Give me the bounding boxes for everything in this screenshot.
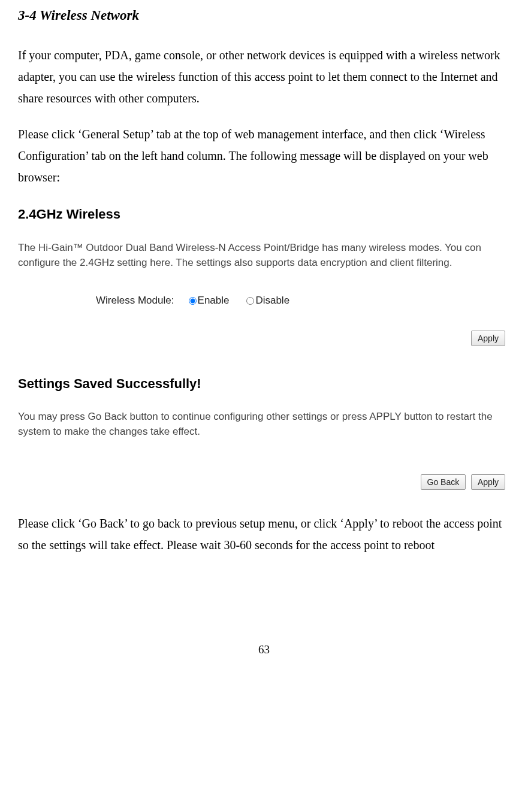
screenshot-settings-saved: Settings Saved Successfully! You may pre… — [18, 372, 510, 491]
wireless-heading: 2.4GHz Wireless — [18, 202, 510, 226]
go-back-button[interactable]: Go Back — [421, 474, 466, 490]
saved-description: You may press Go Back button to continue… — [18, 410, 510, 439]
enable-radio[interactable] — [189, 297, 197, 305]
wireless-module-label: Wireless Module: — [96, 295, 174, 306]
paragraph-closing: Please click ‘Go Back’ to go back to pre… — [18, 513, 510, 556]
page-number: 63 — [18, 640, 510, 660]
disable-radio-label: Disable — [255, 295, 289, 306]
section-title: 3-4 Wireless Network — [18, 3, 510, 28]
paragraph-intro: If your computer, PDA, game console, or … — [18, 44, 510, 109]
enable-radio-label: Enable — [198, 295, 230, 306]
wireless-description: The Hi-Gain™ Outdoor Dual Band Wireless-… — [18, 241, 510, 270]
apply-button-2[interactable]: Apply — [471, 474, 505, 490]
disable-radio[interactable] — [246, 297, 254, 305]
apply-button-1[interactable]: Apply — [471, 331, 505, 346]
wireless-module-row: Wireless Module: Enable Disable — [18, 292, 510, 310]
screenshot-wireless-settings: 2.4GHz Wireless The Hi-Gain™ Outdoor Dua… — [18, 202, 510, 347]
paragraph-instructions: Please click ‘General Setup’ tab at the … — [18, 123, 510, 188]
saved-heading: Settings Saved Successfully! — [18, 372, 510, 396]
